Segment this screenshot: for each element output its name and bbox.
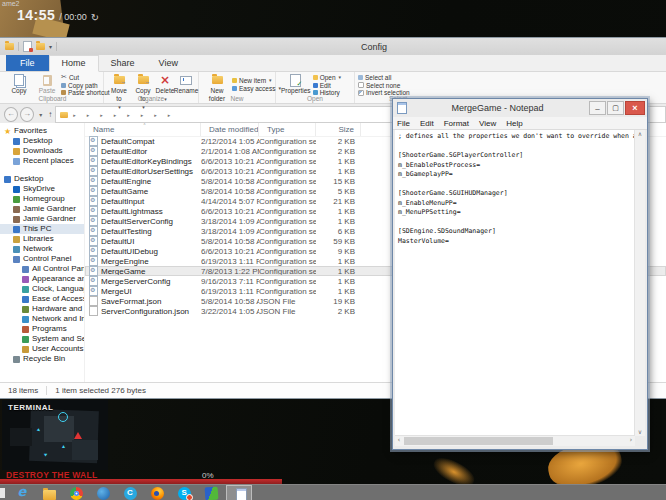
menu-help[interactable]: Help — [506, 119, 522, 128]
explorer-titlebar[interactable]: Config — [0, 38, 666, 55]
menu-format[interactable]: Format — [444, 119, 469, 128]
taskbar-button[interactable] — [145, 486, 169, 500]
file-name: DefaultUI — [101, 237, 134, 246]
taskbar-button[interactable] — [172, 486, 196, 500]
breadcrumb-item[interactable] — [138, 112, 152, 118]
qat-properties-icon[interactable] — [23, 41, 32, 52]
sidebar-item[interactable]: Recycle Bin — [0, 354, 84, 364]
edit-button[interactable]: Edit — [313, 82, 341, 90]
easy-access-button[interactable]: Easy access — [232, 85, 281, 93]
move-to-button[interactable]: Move to — [107, 73, 131, 111]
sidebar-item[interactable]: Appearance and P — [0, 274, 84, 284]
copy-button[interactable]: Copy — [5, 73, 33, 95]
forward-button[interactable]: → — [20, 107, 34, 122]
sidebar-item[interactable]: Libraries — [0, 234, 84, 244]
sidebar-item[interactable]: Favorites — [0, 126, 84, 136]
up-button[interactable]: ↑ — [48, 110, 52, 119]
sidebar-item[interactable]: Desktop — [0, 174, 84, 184]
sidebar-item[interactable]: Hardware and Sou — [0, 304, 84, 314]
close-button[interactable] — [625, 101, 645, 115]
taskbar-button[interactable] — [37, 486, 61, 500]
tab-view[interactable]: View — [147, 56, 190, 71]
sidebar-item[interactable]: This PC — [0, 224, 84, 234]
breadcrumb-item[interactable] — [151, 112, 165, 118]
sidebar-item[interactable]: Ease of Access — [0, 294, 84, 304]
recent-locations-icon[interactable]: ▾ — [39, 111, 42, 118]
properties-button[interactable]: Properties — [279, 73, 313, 95]
column-header-date[interactable]: Date modified — [201, 123, 259, 136]
back-button[interactable]: ← — [4, 107, 18, 122]
copy-path-button[interactable]: Copy path — [61, 82, 110, 90]
tab-share[interactable]: Share — [99, 56, 147, 71]
tab-home[interactable]: Home — [49, 55, 99, 72]
column-header-type[interactable]: Type — [259, 123, 316, 136]
menu-view[interactable]: View — [479, 119, 496, 128]
breadcrumb-item[interactable] — [84, 112, 98, 118]
menu-edit[interactable]: Edit — [420, 119, 434, 128]
sidebar-item[interactable]: Control Panel — [0, 254, 84, 264]
sidebar-item[interactable]: Downloads — [0, 146, 84, 156]
select-none-button[interactable]: Select none — [358, 82, 410, 90]
scrollbar-thumb[interactable] — [404, 437, 553, 445]
scroll-left-icon[interactable] — [395, 436, 403, 446]
notepad-text-area[interactable]: ; defines all the properties we don't wa… — [395, 130, 635, 436]
file-date: 6/6/2013 10:21 AM — [201, 157, 259, 166]
objective-warning-icon — [74, 432, 82, 439]
qat-new-folder-icon[interactable] — [36, 43, 45, 50]
sidebar-item[interactable]: Clock, Language, — [0, 284, 84, 294]
maximize-button[interactable] — [607, 101, 624, 115]
qat-dropdown-icon[interactable] — [49, 43, 52, 50]
taskbar-button[interactable] — [199, 486, 223, 500]
vertical-scrollbar[interactable] — [634, 130, 645, 436]
sidebar-item[interactable]: Homegroup — [0, 194, 84, 204]
taskbar-button[interactable] — [118, 486, 142, 500]
sidebar-item[interactable]: Desktop — [0, 136, 84, 146]
paste-label: Paste — [39, 87, 56, 95]
sidebar-item[interactable]: All Control Panel I — [0, 264, 84, 274]
taskbar-button[interactable] — [64, 486, 88, 500]
minimize-button[interactable] — [589, 101, 606, 115]
scroll-up-icon[interactable] — [635, 130, 645, 138]
copy-to-button[interactable]: Copy to — [131, 73, 155, 111]
taskbar-button[interactable] — [226, 485, 252, 500]
breadcrumb-item[interactable] — [70, 112, 84, 118]
resize-grip[interactable] — [635, 436, 645, 446]
taskbar-button[interactable] — [10, 486, 34, 500]
sidebar-item[interactable]: System and Securi — [0, 334, 84, 344]
column-header-size[interactable]: Size — [316, 123, 361, 136]
open-button[interactable]: Open — [313, 74, 341, 82]
cut-button[interactable]: Cut — [61, 74, 110, 82]
new-item-button[interactable]: New item — [232, 77, 281, 85]
sidebar-item-label: All Control Panel I — [32, 264, 84, 274]
file-name: ServerConfiguration.json — [101, 307, 189, 316]
sidebar-item[interactable]: User Accounts an — [0, 344, 84, 354]
file-date: 7/8/2013 1:22 PM — [201, 267, 259, 276]
player-marker-icon — [58, 412, 68, 422]
breadcrumb-item[interactable] — [97, 112, 111, 118]
notepad-titlebar[interactable]: MergeGame - Notepad — [393, 99, 647, 117]
select-all-button[interactable]: Select all — [358, 74, 410, 82]
sidebar-item[interactable]: Jamie Gardner — [0, 214, 84, 224]
menu-file[interactable]: File — [397, 119, 410, 128]
sidebar-item[interactable]: Jamie Gardner — [0, 204, 84, 214]
breadcrumb-item[interactable] — [124, 112, 138, 118]
sidebar-item[interactable]: Network — [0, 244, 84, 254]
horizontal-scrollbar[interactable] — [395, 435, 635, 446]
tab-file[interactable]: File — [6, 55, 49, 71]
sidebar-item[interactable]: Programs — [0, 324, 84, 334]
taskbar-button[interactable] — [91, 486, 115, 500]
sidebar-item[interactable]: SkyDrive — [0, 184, 84, 194]
sidebar-item[interactable]: Recent places — [0, 156, 84, 166]
delete-icon — [160, 75, 170, 86]
breadcrumb-item[interactable] — [165, 112, 179, 118]
scroll-down-icon[interactable] — [635, 428, 645, 436]
spinner-icon — [91, 12, 99, 23]
breadcrumb-item[interactable] — [111, 112, 125, 118]
file-name: DefaultEngine — [101, 177, 151, 186]
paste-button[interactable]: Paste — [33, 73, 61, 95]
sidebar-item[interactable]: Network and Inter — [0, 314, 84, 324]
rename-button[interactable]: Rename — [175, 73, 197, 95]
qat-folder-icon[interactable] — [5, 43, 14, 50]
file-type: Configuration sett... — [259, 217, 316, 226]
scroll-right-icon[interactable] — [627, 436, 635, 446]
